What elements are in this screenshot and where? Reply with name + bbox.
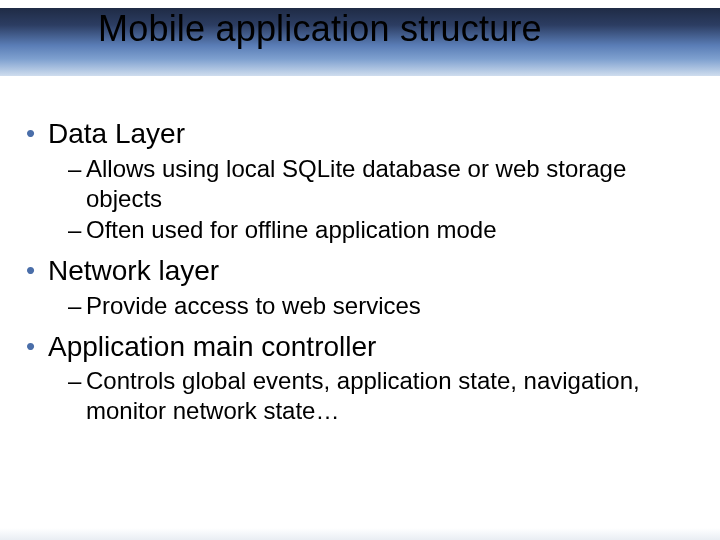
bullet-network-layer: Network layer Provide access to web serv… — [20, 253, 702, 321]
sub-bullet: Allows using local SQLite database or we… — [68, 154, 702, 214]
bottom-gradient — [0, 528, 720, 540]
slide-content: Data Layer Allows using local SQLite dat… — [20, 116, 702, 434]
sub-bullet: Controls global events, application stat… — [68, 366, 702, 426]
bullet-label: Network layer — [48, 255, 219, 286]
bullet-label: Data Layer — [48, 118, 185, 149]
slide-title: Mobile application structure — [98, 8, 542, 49]
bullet-data-layer: Data Layer Allows using local SQLite dat… — [20, 116, 702, 245]
bullet-label: Application main controller — [48, 331, 376, 362]
sub-bullet: Often used for offline application mode — [68, 215, 702, 245]
bullet-app-main-controller: Application main controller Controls glo… — [20, 329, 702, 426]
sub-bullet: Provide access to web services — [68, 291, 702, 321]
